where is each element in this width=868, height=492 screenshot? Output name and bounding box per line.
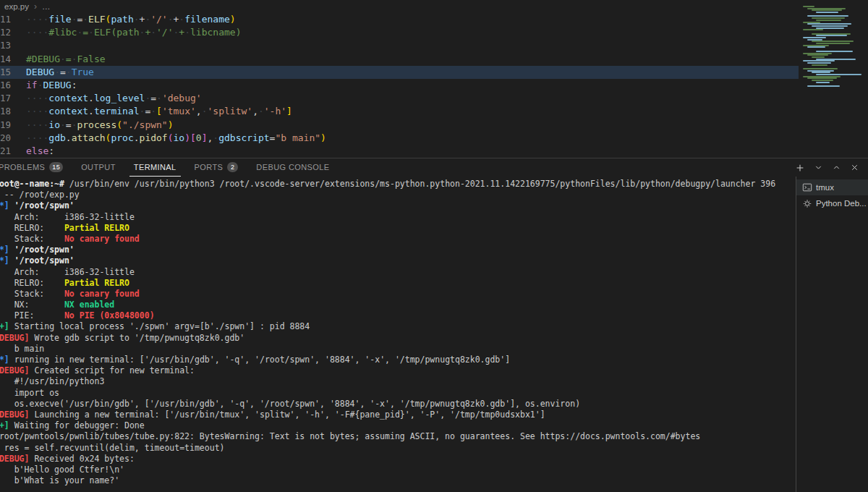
line-number: 11 xyxy=(0,13,11,26)
line-number: 17 xyxy=(0,92,11,105)
breadcrumb[interactable]: exp.py › … xyxy=(0,0,868,13)
code-editor[interactable]: 11····file·=·ELF(path·+·'/'·+·filename)1… xyxy=(0,13,799,158)
code-text xyxy=(11,39,26,52)
terminal-line: [*] '/root/spwn' xyxy=(0,255,795,266)
debug-icon xyxy=(801,198,812,209)
panel-actions xyxy=(793,158,861,177)
minimap-row xyxy=(803,29,823,30)
minimap-row xyxy=(803,84,864,85)
minimap-row xyxy=(803,6,814,7)
line-number: 12 xyxy=(0,26,11,39)
plus-icon xyxy=(795,163,805,173)
panel-tab-debug-console[interactable]: DEBUG CONSOLE xyxy=(252,158,333,177)
minimap-row xyxy=(812,80,833,81)
breadcrumb-more[interactable]: … xyxy=(42,2,51,11)
minimap[interactable] xyxy=(803,6,864,88)
minimap-row xyxy=(807,77,837,79)
terminal-line: b'What is your name?' xyxy=(0,475,795,486)
minimap-row xyxy=(803,48,864,50)
minimap-row xyxy=(807,62,831,64)
minimap-row xyxy=(803,37,826,38)
code-line-16: 16if·DEBUG: xyxy=(0,79,799,92)
terminal-line: 3 -- /root/exp.py xyxy=(0,190,795,200)
minimap-row xyxy=(803,22,820,23)
minimap-row xyxy=(812,33,851,35)
terminal-picker-button[interactable] xyxy=(812,161,825,174)
code-line-13: 13 xyxy=(0,39,799,52)
code-line-11: 11····file·=·ELF(path·+·'/'·+·filename) xyxy=(0,13,799,26)
terminal-line: [*] '/root/spwn' xyxy=(0,200,795,211)
terminal-line: root@--name:~# /usr/bin/env /usr/bin/pyt… xyxy=(0,179,795,190)
code-line-17: 17····context.log_level·=·'debug' xyxy=(0,92,799,105)
minimap-row xyxy=(807,85,840,87)
maximize-panel-button[interactable] xyxy=(830,161,843,174)
editor-area[interactable]: exp.py › … 11····file·=·ELF(path·+·'/'·+… xyxy=(0,0,868,158)
close-panel-button[interactable] xyxy=(848,161,861,174)
chevron-right-icon: › xyxy=(34,1,37,12)
minimap-row xyxy=(816,27,844,29)
code-text: if·DEBUG: xyxy=(11,79,77,92)
terminal-line: [*] '/root/spwn' xyxy=(0,245,795,255)
minimap-row xyxy=(812,56,825,58)
minimap-row xyxy=(812,9,842,11)
tab-label: PORTS xyxy=(195,163,224,171)
code-line-19: 19····io·=·process("./spwn") xyxy=(0,119,799,132)
terminal-line: Stack: No canary found xyxy=(0,289,795,300)
terminal-line: import os xyxy=(0,388,795,399)
terminal-line: [+] Starting local process './spwn' argv… xyxy=(0,321,795,332)
code-text: ····#libc·=·ELF(path·+·'/'·+·libcname) xyxy=(11,26,241,39)
minimap-row xyxy=(807,8,846,9)
terminal-line: b main xyxy=(0,344,795,355)
minimap-row xyxy=(807,54,828,56)
terminal-line: /root/pwntools/pwnlib/tubes/tube.py:822:… xyxy=(0,431,795,442)
line-number: 18 xyxy=(0,105,11,118)
close-icon xyxy=(850,163,859,172)
panel-tab-output[interactable]: OUTPUT xyxy=(77,158,120,177)
vscode-window: exp.py › … 11····file·=·ELF(path·+·'/'·+… xyxy=(0,0,868,492)
code-line-14: 14#DEBUG·=·False xyxy=(0,53,799,66)
tab-label: PROBLEMS xyxy=(0,163,45,171)
panel-tab-problems[interactable]: PROBLEMS15 xyxy=(0,158,67,177)
terminal-line: [*] running in new terminal: ['/usr/bin/… xyxy=(0,355,795,365)
minimap-row xyxy=(803,66,864,67)
code-text: #DEBUG·=·False xyxy=(11,53,106,66)
chevron-down-icon xyxy=(814,163,823,172)
line-number: 16 xyxy=(0,79,11,92)
terminal-tab-tmux[interactable]: tmux xyxy=(796,179,868,195)
code-text: ····io·=·process("./spwn") xyxy=(11,119,174,132)
minimap-row xyxy=(812,17,845,19)
terminal-line: Arch: i386-32-little xyxy=(0,267,795,278)
panel-tab-ports[interactable]: PORTS2 xyxy=(190,158,243,177)
minimap-row xyxy=(816,82,830,83)
minimap-row xyxy=(803,53,832,54)
minimap-row xyxy=(807,70,834,72)
line-number: 20 xyxy=(0,132,11,145)
breadcrumb-file[interactable]: exp.py xyxy=(4,2,29,11)
new-terminal-button[interactable] xyxy=(793,161,807,174)
code-text: ····context.terminal·=·['tmux',·'splitw'… xyxy=(11,105,292,118)
panel-tab-terminal[interactable]: TERMINAL xyxy=(129,158,181,177)
minimap-row xyxy=(807,46,825,48)
terminal-output[interactable]: root@--name:~# /usr/bin/env /usr/bin/pyt… xyxy=(0,179,795,492)
terminal-line: Arch: i386-32-little xyxy=(0,212,795,223)
panel-body: root@--name:~# /usr/bin/env /usr/bin/pyt… xyxy=(0,177,868,492)
terminal-tab-python-deb[interactable]: Python Deb... xyxy=(796,195,868,211)
code-line-20: 20····gdb.attach(proc.pidof(io)[0],·gdbs… xyxy=(0,132,799,145)
code-text: DEBUG·=·True xyxy=(11,66,94,79)
terminal-icon xyxy=(801,182,812,193)
chevron-up-icon xyxy=(832,163,841,172)
code-line-12: 12····#libc·=·ELF(path·+·'/'·+·libcname) xyxy=(0,26,799,39)
terminal-tab-label: Python Deb... xyxy=(816,199,867,208)
line-number: 19 xyxy=(0,119,11,132)
terminal-line: b'Hello good Ctfer!\n' xyxy=(0,465,795,475)
terminal-line: res = self.recvuntil(delim, timeout=time… xyxy=(0,443,795,454)
line-number: 14 xyxy=(0,53,11,66)
code-text: ····context.log_level·=·'debug' xyxy=(11,92,202,105)
terminal-line: Stack: No canary found xyxy=(0,234,795,245)
terminal-line: [DEBUG] Wrote gdb script to '/tmp/pwnugt… xyxy=(0,333,795,344)
line-number: 15 xyxy=(0,66,11,79)
minimap-row xyxy=(803,68,838,69)
tab-label: TERMINAL xyxy=(134,163,176,171)
minimap-row xyxy=(816,43,850,44)
minimap-row xyxy=(816,20,841,21)
